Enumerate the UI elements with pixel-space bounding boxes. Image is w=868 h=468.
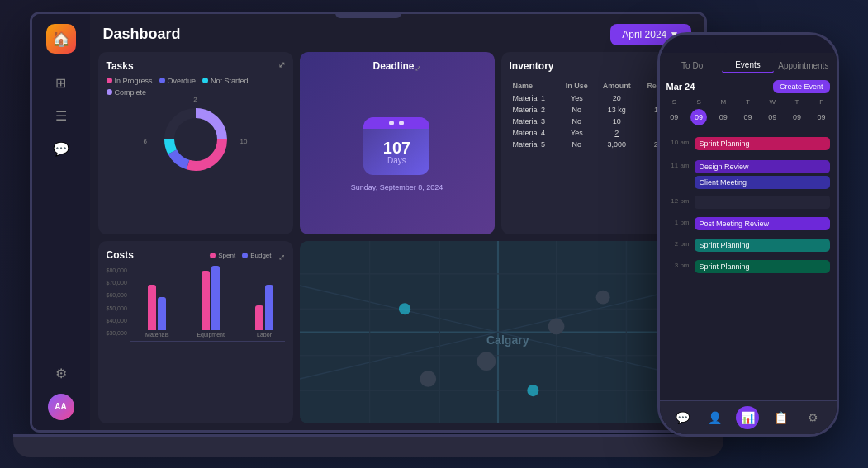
main-content: Dashboard April 2024 ▼ Tasks ⤢ In Progre…: [90, 14, 704, 430]
event-sprint-planning-2[interactable]: Sprint Planning: [695, 239, 830, 252]
tab-appointments[interactable]: Appointments: [777, 59, 829, 73]
calendar-dates: 09 09 09 09 09 09 09: [660, 107, 837, 127]
phone: To Do Events Appointments Mar 24 Create …: [657, 32, 839, 437]
deadline-calendar-visual: 107 Days: [363, 117, 429, 175]
sidebar-item-home[interactable]: ⊞: [48, 70, 74, 97]
laptop: 🏠 ⊞ ☰ 💬 ⚙ AA Dashboard April 2024 ▼: [30, 12, 707, 457]
deadline-title: Deadline: [372, 60, 414, 72]
time-slot-12pm: 12 pm: [666, 196, 830, 212]
svg-point-19: [477, 352, 496, 371]
phone-screen: To Do Events Appointments Mar 24 Create …: [660, 53, 837, 434]
tasks-title: Tasks ⤢: [107, 60, 285, 72]
time-slot-11am: 11 am Design Review Client Meeting: [666, 160, 830, 189]
costs-legend: Spent Budget: [210, 252, 271, 259]
nav-profile-icon[interactable]: 👤: [704, 406, 727, 429]
phone-notch: [715, 35, 781, 53]
cal-date[interactable]: 09: [666, 109, 682, 125]
costs-expand-icon[interactable]: ⤢: [278, 253, 285, 262]
tab-todo[interactable]: To Do: [666, 59, 719, 73]
header: Dashboard April 2024 ▼: [90, 14, 704, 52]
cal-date-today[interactable]: 09: [690, 109, 707, 125]
calendar-weekdays: S S M T W T F: [660, 97, 837, 107]
time-slot-3pm: 3 pm Sprint Planning: [666, 260, 830, 277]
sidebar: 🏠 ⊞ ☰ 💬 ⚙ AA: [32, 14, 90, 430]
nav-chat-icon[interactable]: 💬: [671, 406, 694, 429]
laptop-screen: 🏠 ⊞ ☰ 💬 ⚙ AA Dashboard April 2024 ▼: [32, 14, 704, 430]
tasks-card: Tasks ⤢ In Progress Overdue Not Started …: [98, 52, 293, 234]
cal-date[interactable]: 09: [739, 109, 756, 125]
avatar: AA: [48, 394, 74, 420]
deadline-expand-icon[interactable]: ⤢: [415, 64, 421, 73]
costs-title: Costs: [107, 249, 134, 261]
event-post-meeting-review[interactable]: Post Meeting Review: [695, 217, 830, 230]
cal-date[interactable]: 09: [764, 109, 780, 125]
tasks-legend: In Progress Overdue Not Started Complete: [107, 77, 285, 97]
svg-point-21: [420, 371, 436, 387]
event-sprint-planning-1[interactable]: Sprint Planning: [695, 137, 830, 150]
tab-events[interactable]: Events: [722, 58, 774, 73]
cal-date[interactable]: 09: [789, 109, 805, 125]
page-title: Dashboard: [103, 26, 181, 43]
current-month: Mar 24: [666, 82, 695, 92]
calendar-tabs: To Do Events Appointments: [660, 53, 837, 77]
timeline: 10 am Sprint Planning 11 am Design Revie…: [660, 127, 837, 400]
svg-point-22: [595, 290, 609, 304]
deadline-card: Deadline ⤢ 107 Days: [300, 52, 495, 234]
event-client-meeting[interactable]: Client Meeting: [695, 176, 830, 189]
calendar-header: Mar 24 Create Event: [660, 77, 837, 97]
dashboard-grid: Tasks ⤢ In Progress Overdue Not Started …: [90, 52, 704, 430]
phone-bottom-nav: 💬 👤 📊 📋 ⚙: [660, 400, 837, 434]
nav-settings-icon[interactable]: ⚙: [802, 406, 825, 429]
sidebar-item-settings[interactable]: ⚙: [48, 361, 74, 387]
costs-chart: $80,000 $70,000 $60,000 $50,000 $40,000 …: [107, 267, 285, 350]
deadline-date: Sunday, September 8, 2024: [351, 183, 443, 191]
map-card: Calgary: [300, 241, 696, 423]
donut-chart: 6 10 2: [107, 100, 285, 182]
time-slot-10am: 10 am Sprint Planning: [666, 137, 830, 154]
event-design-review[interactable]: Design Review: [695, 160, 830, 173]
svg-point-20: [548, 318, 564, 334]
laptop-base: [13, 434, 723, 457]
cal-date[interactable]: 09: [715, 109, 732, 125]
time-slot-2pm: 2 pm Sprint Planning: [666, 239, 830, 255]
nav-calendar-icon[interactable]: 📋: [769, 406, 792, 429]
laptop-frame: 🏠 ⊞ ☰ 💬 ⚙ AA Dashboard April 2024 ▼: [30, 12, 707, 433]
phone-frame: To Do Events Appointments Mar 24 Create …: [657, 32, 839, 437]
sidebar-item-chat[interactable]: 💬: [48, 136, 74, 163]
event-sprint-planning-3[interactable]: Sprint Planning: [695, 260, 830, 273]
create-event-button[interactable]: Create Event: [773, 80, 830, 93]
cal-date[interactable]: 09: [813, 109, 830, 125]
sidebar-logo: 🏠: [46, 24, 76, 54]
svg-text:Calgary: Calgary: [486, 333, 529, 346]
svg-point-23: [399, 303, 410, 314]
svg-point-24: [527, 385, 538, 396]
time-slot-1pm: 1 pm Post Meeting Review: [666, 217, 830, 234]
sidebar-item-list[interactable]: ☰: [48, 103, 74, 130]
tasks-expand-icon[interactable]: ⤢: [278, 60, 285, 69]
nav-activity-icon[interactable]: 📊: [736, 406, 759, 429]
inventory-title: Inventory: [510, 60, 554, 72]
costs-card: Costs Spent Budget ⤢ $80,00: [98, 241, 293, 423]
laptop-notch: [335, 12, 401, 18]
